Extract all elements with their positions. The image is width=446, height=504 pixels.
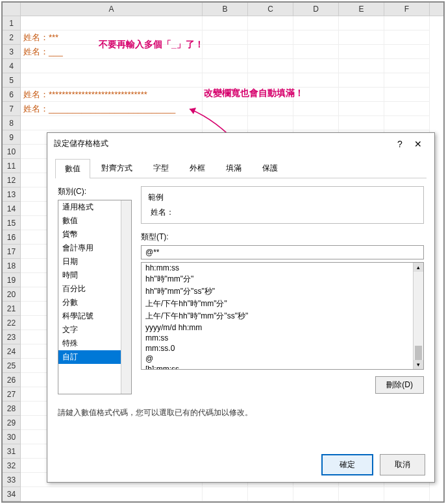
cell-E1[interactable]	[339, 16, 384, 30]
cell-A4[interactable]	[21, 59, 203, 73]
cell-D5[interactable]	[293, 73, 339, 88]
cell-A5[interactable]	[21, 73, 203, 88]
cell-A7[interactable]: 姓名：___________________________	[21, 102, 203, 116]
cell-E2[interactable]	[339, 30, 384, 45]
row-header-19[interactable]: 19	[3, 273, 21, 287]
cell-E34[interactable]	[339, 487, 384, 501]
col-header-B[interactable]: B	[203, 3, 248, 16]
row-header-18[interactable]: 18	[3, 259, 21, 273]
select-all-corner[interactable]	[3, 3, 21, 16]
cell-C8[interactable]	[248, 116, 293, 130]
cell-E8[interactable]	[339, 116, 384, 130]
cell-C5[interactable]	[248, 73, 293, 88]
row-header-21[interactable]: 21	[3, 302, 21, 316]
cancel-button[interactable]: 取消	[380, 454, 425, 475]
ok-button[interactable]: 確定	[321, 454, 373, 475]
row-header-9[interactable]: 9	[3, 130, 21, 145]
cell-D3[interactable]	[293, 45, 339, 59]
cell-B7[interactable]	[203, 102, 248, 116]
cell-A34[interactable]	[21, 487, 203, 501]
cell-F7[interactable]	[384, 102, 430, 116]
row-header-13[interactable]: 13	[3, 187, 21, 202]
row-header-2[interactable]: 2	[3, 30, 21, 45]
scroll-up-icon[interactable]: ▴	[414, 263, 423, 272]
cell-D7[interactable]	[293, 102, 339, 116]
type-item[interactable]: hh"時"mm"分"ss"秒"	[142, 285, 423, 298]
row-header-10[interactable]: 10	[3, 145, 21, 159]
cell-E5[interactable]	[339, 73, 384, 88]
col-header-A[interactable]: A	[21, 3, 203, 16]
cell-A1[interactable]	[21, 16, 203, 30]
type-scrollbar[interactable]: ▴ ▾	[413, 263, 423, 369]
type-item[interactable]: mm:ss.0	[142, 343, 423, 354]
type-item[interactable]: @	[142, 354, 423, 364]
type-item[interactable]: 上午/下午hh"時"mm"分"	[142, 298, 423, 310]
tab-外框[interactable]: 外框	[180, 158, 215, 178]
cell-B5[interactable]	[203, 73, 248, 88]
cell-B1[interactable]	[203, 16, 248, 30]
row-header-8[interactable]: 8	[3, 116, 21, 130]
row-header-23[interactable]: 23	[3, 330, 21, 344]
category-scrollbar[interactable]	[121, 200, 131, 394]
row-header-17[interactable]: 17	[3, 245, 21, 259]
row-header-6[interactable]: 6	[3, 88, 21, 102]
cell-C34[interactable]	[248, 487, 293, 501]
scroll-thumb[interactable]	[415, 346, 422, 360]
row-header-1[interactable]: 1	[3, 16, 21, 30]
cell-E7[interactable]	[339, 102, 384, 116]
cell-C1[interactable]	[248, 16, 293, 30]
row-header-3[interactable]: 3	[3, 45, 21, 59]
row-header-4[interactable]: 4	[3, 59, 21, 73]
row-header-15[interactable]: 15	[3, 216, 21, 230]
row-header-25[interactable]: 25	[3, 359, 21, 373]
cell-F1[interactable]	[384, 16, 430, 30]
cell-F2[interactable]	[384, 30, 430, 45]
cell-B2[interactable]	[203, 30, 248, 45]
type-listbox[interactable]: hh:mm:sshh"時"mm"分"hh"時"mm"分"ss"秒"上午/下午hh…	[141, 262, 424, 370]
cell-E4[interactable]	[339, 59, 384, 73]
cell-B3[interactable]	[203, 45, 248, 59]
row-header-7[interactable]: 7	[3, 102, 21, 116]
cell-F3[interactable]	[384, 45, 430, 59]
tab-對齊方式[interactable]: 對齊方式	[92, 158, 142, 178]
row-header-33[interactable]: 33	[3, 473, 21, 487]
type-item[interactable]: hh"時"mm"分"	[142, 273, 423, 285]
row-header-16[interactable]: 16	[3, 230, 21, 245]
cell-C7[interactable]	[248, 102, 293, 116]
row-header-32[interactable]: 32	[3, 459, 21, 473]
type-item[interactable]: mm:ss	[142, 333, 423, 343]
tab-數值[interactable]: 數值	[55, 159, 90, 178]
cell-D8[interactable]	[293, 116, 339, 130]
cell-B4[interactable]	[203, 59, 248, 73]
row-header-22[interactable]: 22	[3, 316, 21, 330]
cell-F4[interactable]	[384, 59, 430, 73]
col-header-E[interactable]: E	[339, 3, 384, 16]
close-button[interactable]: ✕	[408, 139, 428, 149]
row-header-11[interactable]: 11	[3, 159, 21, 173]
delete-button[interactable]: 刪除(D)	[375, 376, 424, 394]
cell-A8[interactable]	[21, 116, 203, 130]
cell-E3[interactable]	[339, 45, 384, 59]
row-header-5[interactable]: 5	[3, 73, 21, 88]
tab-保護[interactable]: 保護	[253, 158, 288, 178]
type-item[interactable]: hh:mm:ss	[142, 263, 423, 273]
cell-D1[interactable]	[293, 16, 339, 30]
type-item[interactable]: 上午/下午hh"時"mm"分"ss"秒"	[142, 310, 423, 322]
row-header-30[interactable]: 30	[3, 430, 21, 444]
cell-F5[interactable]	[384, 73, 430, 88]
row-header-14[interactable]: 14	[3, 202, 21, 216]
type-item[interactable]: [h]:mm:ss	[142, 364, 423, 370]
col-header-D[interactable]: D	[293, 3, 339, 16]
cell-F6[interactable]	[384, 88, 430, 102]
type-input[interactable]	[141, 245, 424, 259]
cell-B34[interactable]	[203, 487, 248, 501]
col-header-F[interactable]: F	[384, 3, 430, 16]
row-header-24[interactable]: 24	[3, 344, 21, 359]
cell-D34[interactable]	[293, 487, 339, 501]
scroll-down-icon[interactable]: ▾	[414, 360, 423, 369]
row-header-34[interactable]: 34	[3, 487, 21, 501]
cell-C2[interactable]	[248, 30, 293, 45]
tab-填滿[interactable]: 填滿	[216, 158, 251, 178]
tab-字型[interactable]: 字型	[143, 158, 179, 178]
cell-F8[interactable]	[384, 116, 430, 130]
